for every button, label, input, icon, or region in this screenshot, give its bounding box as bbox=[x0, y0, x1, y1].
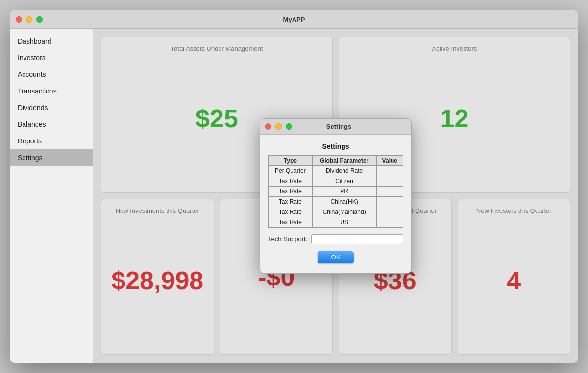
tech-support-label: Tech Support: bbox=[268, 235, 307, 243]
tech-support-input[interactable] bbox=[311, 234, 403, 244]
row-type: Tax Rate bbox=[269, 196, 313, 207]
tech-support-row: Tech Support: bbox=[268, 234, 403, 244]
row-type: Tax Rate bbox=[269, 176, 313, 186]
dialog-close-button[interactable] bbox=[265, 123, 271, 130]
maximize-button[interactable] bbox=[36, 16, 43, 23]
row-type: Tax Rate bbox=[269, 207, 313, 217]
settings-table: Type Global Parameter Value Per Quarter … bbox=[268, 155, 403, 228]
col-type: Type bbox=[269, 155, 313, 165]
row-param: US bbox=[312, 217, 376, 227]
settings-dialog: Settings Settings Type Global Parameter … bbox=[260, 118, 412, 274]
sidebar-item-reports[interactable]: Reports bbox=[10, 133, 93, 149]
row-value bbox=[376, 217, 403, 227]
table-row: Tax Rate PR bbox=[269, 186, 403, 196]
row-param: PR bbox=[312, 186, 376, 196]
row-param: Dividend Rate bbox=[312, 165, 376, 176]
row-type: Per Quarter bbox=[269, 165, 313, 176]
titlebar: MyAPP bbox=[10, 10, 578, 29]
row-type: Tax Rate bbox=[269, 217, 313, 227]
row-value bbox=[376, 207, 403, 217]
sidebar-item-dividends[interactable]: Dividends bbox=[10, 99, 93, 116]
main-content: Total Assets Under Management $25 Active… bbox=[93, 29, 578, 363]
table-row: Tax Rate China(HK) bbox=[269, 196, 403, 207]
sidebar-item-transactions[interactable]: Transactions bbox=[10, 83, 93, 99]
dialog-min-button[interactable] bbox=[275, 123, 282, 130]
dialog-titlebar: Settings bbox=[260, 119, 411, 135]
row-value bbox=[376, 186, 403, 196]
ok-button[interactable]: OK bbox=[318, 251, 354, 263]
dialog-max-button[interactable] bbox=[286, 123, 292, 130]
minimize-button[interactable] bbox=[26, 16, 32, 23]
table-row: Tax Rate China(Mainland) bbox=[269, 207, 403, 217]
sidebar-item-investors[interactable]: Investors bbox=[10, 49, 93, 66]
table-row: Tax Rate US bbox=[269, 217, 403, 227]
row-value bbox=[376, 165, 403, 176]
table-row: Per Quarter Dividend Rate bbox=[269, 165, 403, 176]
dialog-body: Settings Type Global Parameter Value bbox=[260, 135, 411, 273]
row-param: China(Mainland) bbox=[312, 207, 376, 217]
sidebar: Dashboard Investors Accounts Transaction… bbox=[10, 29, 93, 363]
row-value bbox=[376, 176, 403, 186]
row-value bbox=[376, 196, 403, 207]
table-row: Tax Rate Citizen bbox=[269, 176, 403, 186]
row-param: China(HK) bbox=[312, 196, 376, 207]
dialog-title: Settings bbox=[296, 123, 406, 130]
close-button[interactable] bbox=[16, 16, 22, 23]
dialog-heading: Settings bbox=[268, 142, 403, 150]
sidebar-item-dashboard[interactable]: Dashboard bbox=[10, 33, 93, 49]
app-body: Dashboard Investors Accounts Transaction… bbox=[10, 29, 578, 363]
dialog-overlay: Settings Settings Type Global Parameter … bbox=[93, 29, 578, 363]
sidebar-item-accounts[interactable]: Accounts bbox=[10, 66, 93, 83]
sidebar-item-balances[interactable]: Balances bbox=[10, 116, 93, 133]
col-global-param: Global Parameter bbox=[312, 155, 376, 165]
sidebar-item-settings[interactable]: Settings bbox=[10, 149, 93, 166]
col-value: Value bbox=[376, 155, 403, 165]
window-controls bbox=[16, 16, 43, 23]
row-type: Tax Rate bbox=[269, 186, 313, 196]
row-param: Citizen bbox=[312, 176, 376, 186]
app-title: MyAPP bbox=[283, 16, 305, 23]
dialog-footer: OK bbox=[268, 251, 403, 265]
main-window: MyAPP Dashboard Investors Accounts Trans… bbox=[10, 10, 578, 363]
